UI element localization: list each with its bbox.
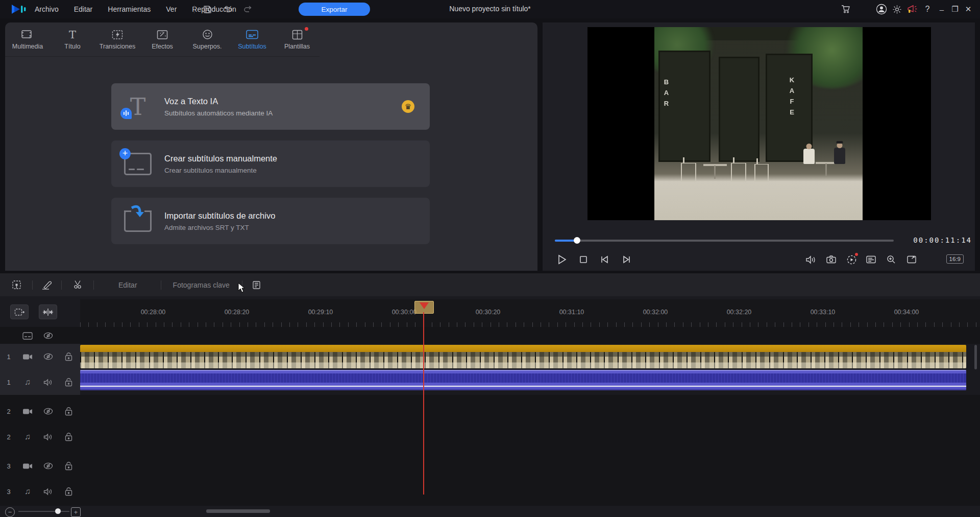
scene-sign-kafe: KAFE [788, 76, 796, 119]
seek-handle[interactable] [574, 237, 580, 244]
templates-icon [292, 29, 303, 40]
playhead-marker[interactable] [414, 301, 434, 314]
visibility-eye-icon[interactable] [38, 462, 58, 469]
snapshot-camera-button[interactable] [824, 252, 838, 267]
tracks-vertical-scrollbar[interactable] [974, 345, 977, 369]
track-manager-icon[interactable] [250, 278, 263, 292]
subtitle-visibility-icon[interactable] [38, 332, 58, 339]
menu-archivo[interactable]: Archivo [35, 5, 59, 13]
lock-icon[interactable] [58, 487, 79, 496]
edit-button[interactable]: Editar [118, 281, 137, 289]
card-subtitle: Crear subtítulos manualmente [164, 167, 277, 174]
menu-editar[interactable]: Editar [74, 5, 93, 13]
tab-subtitulos[interactable]: Subtítulos [230, 22, 275, 56]
video-clip[interactable] [80, 345, 966, 368]
help-icon[interactable]: ? [920, 5, 935, 14]
magnetic-timeline-icon[interactable] [10, 278, 23, 292]
card-importar-subtitulos[interactable]: Importar subtítulos de archivo Admite ar… [111, 198, 430, 244]
account-icon[interactable] [874, 4, 889, 15]
quick-actions [203, 0, 253, 18]
visibility-eye-icon[interactable] [38, 408, 58, 415]
minimize-button[interactable]: – [935, 5, 948, 14]
card-crear-subtitulos[interactable]: + Crear subtítulos manualmente Crear sub… [111, 140, 430, 187]
tab-efectos[interactable]: Efectos [140, 22, 185, 56]
timeline-zoom-handle[interactable] [55, 508, 61, 514]
aspect-ratio-label[interactable]: 16:9 [946, 254, 964, 264]
subtitles-icon [246, 29, 258, 40]
window-controls-group: ? – ❐ ✕ [838, 0, 975, 18]
title-icon: T [69, 29, 76, 40]
plus-badge-icon: + [119, 148, 131, 159]
lock-icon[interactable] [58, 378, 79, 387]
cart-icon[interactable] [838, 5, 853, 14]
track-row-video-1: 1 [0, 344, 980, 369]
zoom-in-button[interactable]: + [71, 507, 81, 517]
video-clip-filmstrip [80, 352, 966, 368]
music-note-icon: ♫ [17, 378, 38, 387]
lock-icon[interactable] [58, 462, 79, 471]
tab-titulo[interactable]: T Título [50, 22, 95, 56]
zoom-out-button[interactable]: − [5, 507, 15, 517]
menu-herramientas[interactable]: Herramientas [108, 5, 151, 13]
timeline-zoom-slider[interactable] [18, 511, 69, 512]
playhead-line[interactable] [423, 312, 424, 495]
visibility-eye-icon[interactable] [38, 353, 58, 360]
redo-icon[interactable] [243, 5, 253, 13]
play-button[interactable] [555, 252, 569, 267]
speaker-icon[interactable] [38, 433, 58, 441]
megaphone-icon[interactable] [904, 4, 920, 14]
keyframes-button[interactable]: Fotogramas clave [173, 281, 230, 289]
ruler-label: 00:30:20 [468, 309, 508, 316]
scene-door [719, 57, 760, 162]
render-preview-button[interactable] [844, 252, 859, 267]
align-to-playhead-button[interactable] [39, 304, 57, 319]
speech-to-text-icon: T [111, 93, 164, 120]
speaker-icon[interactable] [38, 379, 58, 386]
previous-frame-button[interactable] [598, 252, 612, 267]
menu-ver[interactable]: Ver [166, 5, 177, 13]
timeline-ruler[interactable]: 00:28:00 00:28:20 00:29:10 00:30:00 00:3… [0, 299, 980, 327]
mouse-cursor [238, 283, 245, 293]
app-logo-icon [11, 4, 29, 15]
mark-inout-button[interactable] [864, 252, 878, 267]
create-subtitles-icon: + [111, 153, 164, 175]
next-frame-button[interactable] [619, 252, 633, 267]
save-icon[interactable] [203, 5, 212, 14]
speaker-icon[interactable] [38, 488, 58, 496]
svg-text:♪: ♪ [28, 33, 31, 40]
split-scissors-icon[interactable] [71, 278, 84, 292]
mute-button[interactable] [803, 252, 818, 267]
stop-button[interactable] [576, 252, 591, 267]
lock-icon[interactable] [58, 407, 79, 416]
restore-button[interactable]: ❐ [948, 5, 962, 14]
tab-label: Plantillas [284, 43, 310, 50]
notification-dot [305, 27, 308, 31]
subtitle-track-icon[interactable] [17, 332, 38, 340]
card-title: Importar subtítulos de archivo [164, 211, 275, 221]
close-button[interactable]: ✕ [962, 5, 975, 14]
tab-plantillas[interactable]: Plantillas [275, 22, 320, 56]
add-clip-button[interactable] [10, 304, 29, 319]
audio-clip[interactable] [80, 370, 966, 390]
multimedia-icon: ♪ [21, 29, 34, 40]
voice-bubble-icon [120, 108, 132, 119]
lock-icon[interactable] [58, 433, 79, 441]
card-voz-a-texto-ia[interactable]: T Voz a Texto IA Sutbítulos automáticos … [111, 83, 430, 130]
video-camera-icon [17, 463, 38, 469]
pen-tool-icon[interactable] [41, 278, 54, 292]
seek-row: 00:00:11:14 [543, 234, 975, 246]
audio-waveform [80, 373, 966, 383]
horizontal-scrollbar[interactable] [206, 509, 270, 513]
preview-zoom-button[interactable] [884, 252, 898, 267]
tab-transiciones[interactable]: Transiciones [95, 22, 140, 56]
tab-superposiciones[interactable]: Superpos. [185, 22, 230, 56]
seek-bar[interactable] [555, 240, 894, 242]
export-button[interactable]: Exportar [299, 3, 370, 16]
track-row-audio-1: 1 ♫ [0, 369, 980, 395]
tab-multimedia[interactable]: ♪ Multimedia [5, 22, 50, 56]
lock-icon[interactable] [58, 353, 79, 361]
undo-icon[interactable] [223, 5, 232, 13]
fullscreen-button[interactable] [904, 252, 919, 267]
effects-icon [157, 29, 168, 40]
settings-gear-icon[interactable] [889, 5, 904, 14]
